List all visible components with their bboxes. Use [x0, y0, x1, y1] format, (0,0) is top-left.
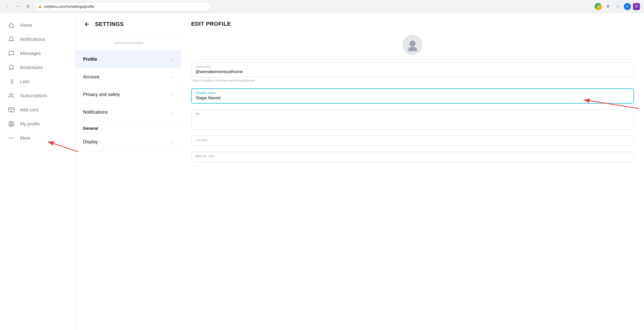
scroll-thumb	[113, 42, 143, 44]
edit-profile-panel: EDIT PROFILE Username @wemakemoneyathome…	[181, 13, 644, 330]
bookmark-button[interactable]: ☆	[614, 3, 622, 11]
text-cursor	[220, 95, 221, 100]
username-hint: https://onlyfans.com/wemakemoneyathome	[191, 79, 634, 82]
sidebar-item-more[interactable]: More	[0, 131, 75, 145]
sidebar-label-add-card: Add card	[20, 107, 38, 113]
sidebar-item-my-profile[interactable]: My profile	[0, 117, 75, 131]
settings-header: SETTINGS	[75, 13, 181, 36]
messages-icon	[8, 50, 15, 56]
sidebar-label-lists: Lists	[20, 79, 29, 84]
my-profile-icon	[8, 121, 15, 127]
add-card-icon	[8, 107, 15, 113]
notifications-icon	[8, 36, 15, 42]
svg-point-18	[408, 47, 417, 51]
browser-right-icons: G ⬆ ☆ G M	[595, 3, 640, 11]
main-content: SETTINGS Profile › Account › Privacy and…	[75, 13, 644, 330]
sidebar-label-more: More	[20, 136, 30, 141]
settings-menu-privacy[interactable]: Privacy and safety ›	[75, 86, 181, 104]
sidebar-item-bookmarks[interactable]: Bookmarks	[0, 60, 75, 75]
url-text: onlyfans.com/my/settings/profile	[44, 5, 94, 9]
settings-menu-display[interactable]: Display ›	[75, 133, 181, 151]
svg-point-17	[410, 41, 416, 47]
google-account-avatar[interactable]: G	[624, 3, 631, 10]
settings-back-button[interactable]	[83, 20, 91, 28]
username-field: Username @wemakemoneyathome https://only…	[191, 62, 634, 82]
display-name-label: Display name	[196, 91, 216, 95]
sidebar-item-add-card[interactable]: Add card	[0, 103, 75, 117]
bookmarks-icon	[8, 64, 15, 71]
chevron-icon-account: ›	[172, 75, 173, 79]
website-value	[195, 154, 630, 159]
website-field: Website URL	[191, 152, 634, 162]
sidebar-label-subscriptions: Subscriptions	[20, 93, 47, 98]
username-label: Username	[195, 65, 211, 69]
browser-bar: ← → ↺ 🔒 onlyfans.com/my/settings/profile…	[0, 0, 644, 13]
settings-menu-account-label: Account	[83, 74, 99, 80]
address-bar[interactable]: 🔒 onlyfans.com/my/settings/profile	[34, 2, 210, 11]
website-label: Website URL	[195, 154, 215, 158]
display-name-value: Stage Name	[196, 91, 629, 101]
settings-menu-notifications[interactable]: Notifications ›	[75, 104, 181, 121]
display-name-wrapper[interactable]: Display name Stage Name	[191, 88, 634, 104]
sidebar-item-home[interactable]: Home	[0, 18, 75, 32]
profile-avatar-btn[interactable]: M	[633, 3, 640, 10]
lock-icon: 🔒	[38, 5, 42, 8]
chevron-icon-profile: ›	[172, 57, 173, 62]
home-icon	[8, 22, 15, 28]
bio-wrapper[interactable]: Bio	[191, 110, 634, 130]
settings-title: SETTINGS	[95, 21, 124, 27]
more-icon	[8, 135, 15, 141]
general-section-label: General	[75, 121, 181, 133]
sidebar-item-lists[interactable]: Lists	[0, 75, 75, 89]
sidebar-label-my-profile: My profile	[20, 121, 40, 127]
svg-point-6	[10, 93, 12, 95]
location-label: Location	[195, 138, 208, 142]
profile-avatar[interactable]	[403, 35, 423, 55]
website-wrapper[interactable]: Website URL	[191, 152, 634, 162]
chevron-icon-display: ›	[172, 140, 173, 144]
svg-point-15	[13, 138, 13, 138]
sidebar-label-home: Home	[20, 23, 32, 28]
svg-point-12	[10, 122, 12, 124]
settings-menu-profile[interactable]: Profile ›	[75, 51, 181, 68]
chevron-icon-notifications: ›	[172, 110, 173, 115]
edit-profile-title: EDIT PROFILE	[191, 21, 634, 27]
bio-field: Bio	[191, 110, 634, 130]
lists-icon	[8, 79, 15, 85]
sidebar-label-messages: Messages	[20, 51, 41, 56]
google-icon[interactable]: G	[595, 3, 602, 10]
settings-menu-account[interactable]: Account ›	[75, 68, 181, 86]
share-button[interactable]: ⬆	[604, 3, 612, 11]
settings-panel: SETTINGS Profile › Account › Privacy and…	[75, 13, 181, 330]
username-wrapper[interactable]: Username @wemakemoneyathome	[191, 62, 634, 77]
sidebar-item-subscriptions[interactable]: Subscriptions	[0, 89, 75, 103]
location-wrapper[interactable]: Location	[191, 136, 634, 146]
sidebar-item-notifications[interactable]: Notifications	[0, 32, 75, 46]
back-button[interactable]: ←	[4, 3, 11, 10]
app-container: Home Notifications Messages	[0, 13, 644, 330]
svg-point-14	[9, 138, 10, 138]
avatar-area	[191, 35, 634, 55]
settings-menu-display-label: Display	[83, 139, 98, 145]
settings-menu-notifications-label: Notifications	[83, 110, 108, 115]
sidebar-label-bookmarks: Bookmarks	[20, 65, 43, 70]
sidebar-label-notifications: Notifications	[20, 37, 45, 42]
settings-menu-profile-label: Profile	[83, 57, 97, 62]
scroll-indicator	[75, 36, 181, 51]
svg-point-13	[11, 138, 12, 138]
bio-label: Bio	[195, 112, 200, 116]
location-value	[195, 138, 630, 143]
sidebar: Home Notifications Messages	[0, 13, 75, 330]
settings-menu-privacy-label: Privacy and safety	[83, 92, 120, 97]
location-field: Location	[191, 136, 634, 146]
username-value: @wemakemoneyathome	[195, 65, 630, 74]
reload-button[interactable]: ↺	[24, 3, 31, 10]
display-name-field: Display name Stage Name	[191, 88, 634, 104]
sidebar-item-messages[interactable]: Messages	[0, 46, 75, 60]
chevron-icon-privacy: ›	[172, 92, 173, 97]
forward-button[interactable]: →	[14, 3, 21, 10]
bio-value	[195, 112, 630, 117]
subscriptions-icon	[8, 93, 15, 99]
